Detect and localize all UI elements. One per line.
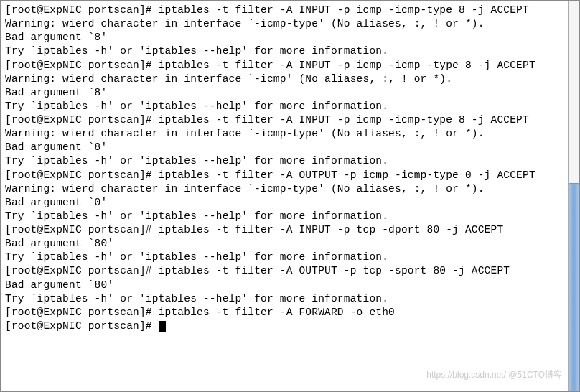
command-line: [root@ExpNIC portscan]# iptables -t filt… <box>5 169 575 182</box>
command-line: [root@ExpNIC portscan]# iptables -t filt… <box>5 306 575 319</box>
output-line: Try `iptables -h' or 'iptables --help' f… <box>5 154 575 168</box>
output-line: Warning: wierd character in interface `-… <box>5 182 575 196</box>
output-line: Warning: wierd character in interface `-… <box>5 17 575 31</box>
vertical-scrollbar[interactable] <box>568 1 579 391</box>
command-line: [root@ExpNIC portscan]# iptables -t filt… <box>5 4 575 17</box>
command-line: [root@ExpNIC portscan]# iptables -t filt… <box>5 113 575 127</box>
output-line: Try `iptables -h' or 'iptables --help' f… <box>5 45 575 58</box>
output-line: Bad argument `80' <box>5 237 575 251</box>
scroll-track[interactable] <box>569 1 579 183</box>
output-line: Try `iptables -h' or 'iptables --help' f… <box>5 292 575 306</box>
output-line: Bad argument `8' <box>5 86 575 100</box>
output-line: Bad argument `0' <box>5 196 575 210</box>
output-line: Bad argument `80' <box>5 279 575 292</box>
output-line: Try `iptables -h' or 'iptables --help' f… <box>5 100 575 113</box>
output-line: Warning: wierd character in interface `-… <box>5 73 575 86</box>
output-line: Bad argument `8' <box>5 31 575 45</box>
cursor <box>159 321 166 332</box>
command-line: [root@ExpNIC portscan]# iptables -t filt… <box>5 223 575 237</box>
terminal-output[interactable]: [root@ExpNIC portscan]# iptables -t filt… <box>1 1 579 336</box>
output-line: Bad argument `8' <box>5 141 575 154</box>
watermark-text: https://blog.csdn.net/ @51CTO博客 <box>426 370 562 381</box>
scroll-thumb[interactable] <box>569 183 579 392</box>
command-line: [root@ExpNIC portscan]# iptables -t filt… <box>5 59 575 73</box>
command-line: [root@ExpNIC portscan]# iptables -t filt… <box>5 264 575 278</box>
output-line: Try `iptables -h' or 'iptables --help' f… <box>5 251 575 264</box>
active-prompt-line: [root@ExpNIC portscan]# <box>5 319 575 333</box>
output-line: Try `iptables -h' or 'iptables --help' f… <box>5 210 575 223</box>
output-line: Warning: wierd character in interface `-… <box>5 127 575 141</box>
